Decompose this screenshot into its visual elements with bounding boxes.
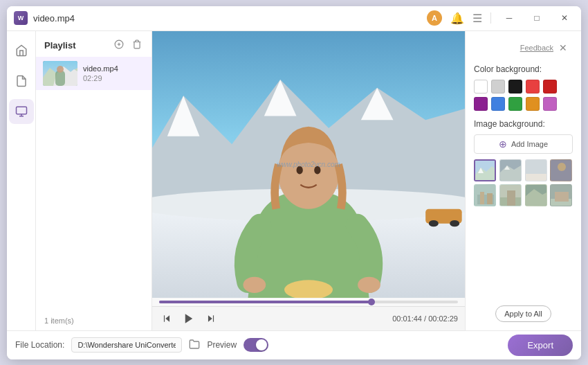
time-total: 00:02:29 xyxy=(428,314,458,323)
svg-point-19 xyxy=(358,276,380,292)
sidebar-item-files[interactable] xyxy=(9,69,34,94)
preview-toggle[interactable] xyxy=(244,338,268,352)
color-swatch-white[interactable] xyxy=(474,80,488,94)
svg-point-22 xyxy=(429,220,439,226)
playlist-panel: Playlist xyxy=(36,31,152,330)
user-avatar[interactable]: A xyxy=(427,10,442,26)
playlist-actions xyxy=(113,38,143,53)
image-thumb-6[interactable] xyxy=(499,184,522,206)
export-button[interactable]: Export xyxy=(508,335,573,356)
svg-rect-7 xyxy=(55,71,65,86)
playlist-header: Playlist xyxy=(36,31,151,57)
svg-rect-47 xyxy=(507,190,515,206)
folder-button[interactable] xyxy=(189,339,200,352)
svg-point-40 xyxy=(558,163,566,171)
menu-icon[interactable]: ☰ xyxy=(472,12,482,25)
color-swatch-blue[interactable] xyxy=(491,97,505,111)
window-title: video.mp4 xyxy=(33,13,75,24)
svg-rect-43 xyxy=(480,192,484,204)
playlist-add-button[interactable] xyxy=(113,38,125,53)
color-swatch-pink[interactable] xyxy=(543,97,557,111)
panel-top-bar: Feedback ✕ xyxy=(474,39,573,56)
color-swatch-purple[interactable] xyxy=(474,97,488,111)
main-content: Playlist xyxy=(7,31,581,330)
playlist-thumbnail xyxy=(43,61,77,86)
progress-thumb[interactable] xyxy=(368,299,375,305)
time-current: 00:01:44 xyxy=(392,314,422,323)
feedback-link[interactable]: Feedback xyxy=(520,44,553,52)
image-thumb-5[interactable] xyxy=(474,184,496,206)
file-location-input[interactable] xyxy=(71,337,182,353)
file-location-label: File Location: xyxy=(15,340,64,350)
progress-fill xyxy=(159,301,371,303)
svg-rect-30 xyxy=(213,315,214,321)
svg-marker-29 xyxy=(208,315,212,321)
svg-point-8 xyxy=(57,66,64,73)
title-bar: W video.mp4 A 🔔 ☰ ─ □ ✕ xyxy=(7,6,581,31)
svg-rect-44 xyxy=(487,193,493,204)
svg-rect-0 xyxy=(16,107,26,114)
playlist-delete-button[interactable] xyxy=(131,38,143,53)
playlist-item-name: video.mp4 xyxy=(83,64,145,73)
image-bg-title: Image background: xyxy=(474,119,573,129)
close-button[interactable]: ✕ xyxy=(555,8,574,28)
playlist-item-duration: 02:29 xyxy=(83,74,145,82)
color-bg-title: Color background: xyxy=(474,64,573,74)
video-container[interactable]: www.photo2vcn.com xyxy=(152,31,465,298)
minimize-button[interactable]: ─ xyxy=(499,8,519,28)
color-swatch-orange[interactable] xyxy=(526,97,540,111)
add-icon: ⊕ xyxy=(499,139,507,150)
color-swatch-gray[interactable] xyxy=(491,80,505,94)
video-controls: 00:01:44 / 00:02:29 xyxy=(152,306,465,330)
playlist-count: 1 item(s) xyxy=(36,311,151,330)
play-button[interactable] xyxy=(180,310,198,328)
toggle-knob xyxy=(256,339,267,350)
image-thumb-2[interactable] xyxy=(499,159,522,181)
playlist-item-info: video.mp4 02:29 xyxy=(83,64,145,82)
svg-point-18 xyxy=(244,276,266,292)
color-grid xyxy=(474,80,573,111)
sidebar-nav xyxy=(7,31,36,330)
playlist-title: Playlist xyxy=(44,40,76,51)
color-swatch-red[interactable] xyxy=(526,80,540,94)
prev-button[interactable] xyxy=(159,311,174,326)
progress-bar[interactable] xyxy=(159,301,458,303)
svg-rect-52 xyxy=(555,192,569,202)
next-button[interactable] xyxy=(203,311,219,326)
image-thumb-7[interactable] xyxy=(525,184,547,206)
image-thumb-3[interactable] xyxy=(525,159,547,181)
sidebar-item-home[interactable] xyxy=(9,38,34,63)
svg-marker-28 xyxy=(185,314,193,323)
svg-rect-38 xyxy=(526,174,547,181)
playlist-item[interactable]: video.mp4 02:29 xyxy=(36,57,151,90)
progress-bar-area xyxy=(152,298,465,306)
add-image-label: Add Image xyxy=(511,140,548,148)
video-area: www.photo2vcn.com xyxy=(152,31,465,330)
maximize-button[interactable]: □ xyxy=(527,8,546,28)
svg-point-23 xyxy=(450,220,459,226)
image-thumb-4[interactable] xyxy=(550,159,572,181)
right-panel: Feedback ✕ Color background: xyxy=(465,31,581,330)
time-separator: / xyxy=(422,314,428,323)
color-swatch-green[interactable] xyxy=(508,97,522,111)
apply-all-button[interactable]: Apply to All xyxy=(495,305,551,322)
video-watermark: www.photo2vcn.com xyxy=(277,161,340,168)
sidebar-item-edit[interactable] xyxy=(9,99,34,124)
bell-icon[interactable]: 🔔 xyxy=(450,12,464,25)
svg-marker-26 xyxy=(165,315,169,321)
color-swatch-black[interactable] xyxy=(508,80,522,94)
divider xyxy=(490,12,491,24)
title-bar-left: W video.mp4 xyxy=(14,11,427,25)
add-image-button[interactable]: ⊕ Add Image xyxy=(474,134,573,154)
title-bar-right: A 🔔 ☰ ─ □ ✕ xyxy=(427,8,574,28)
color-background-section: Color background: xyxy=(474,64,573,111)
close-panel-button[interactable]: ✕ xyxy=(559,42,567,53)
preview-label: Preview xyxy=(207,340,237,350)
image-background-section: Image background: ⊕ Add Image xyxy=(474,119,573,206)
image-thumb-8[interactable] xyxy=(550,184,572,206)
svg-rect-27 xyxy=(164,315,165,321)
color-swatch-dark-red[interactable] xyxy=(543,80,557,94)
time-display: 00:01:44 / 00:02:29 xyxy=(392,314,458,323)
app-icon: W xyxy=(14,11,28,25)
image-thumb-1[interactable] xyxy=(474,159,496,181)
